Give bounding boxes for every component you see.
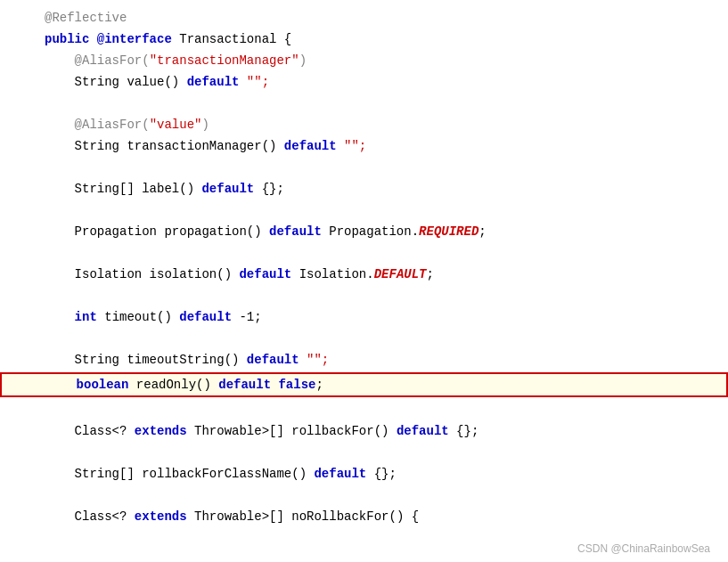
code-line <box>0 157 728 178</box>
code-line: Class<? extends Throwable>[] noRollbackF… <box>0 506 728 527</box>
line-content: public @interface Transactional { <box>36 29 728 50</box>
line-content: String value() default ""; <box>36 71 728 93</box>
code-line: @AliasFor("transactionManager") <box>0 50 728 71</box>
line-content <box>36 328 728 349</box>
code-line: @AliasFor("value") <box>0 114 728 135</box>
line-content: int timeout() default -1; <box>36 306 728 328</box>
line-content: @Reflective <box>36 7 728 29</box>
line-content <box>36 399 728 420</box>
line-content <box>36 200 728 221</box>
line-content: @AliasFor("value") <box>36 114 728 135</box>
code-line: @Reflective <box>0 7 728 29</box>
code-line <box>0 200 728 221</box>
code-line <box>0 242 728 264</box>
line-content <box>36 93 728 114</box>
line-content: String timeoutString() default ""; <box>36 349 728 371</box>
code-line <box>0 285 728 306</box>
line-content <box>36 285 728 306</box>
line-content: Isolation isolation() default Isolation.… <box>36 264 728 285</box>
line-content <box>36 442 728 463</box>
watermark: CSDN @ChinaRainbowSea <box>577 542 710 555</box>
code-line: String[] rollbackForClassName() default … <box>0 463 728 485</box>
code-line: String transactionManager() default ""; <box>0 135 728 157</box>
code-line: Class<? extends Throwable>[] rollbackFor… <box>0 420 728 442</box>
line-content: Class<? extends Throwable>[] noRollbackF… <box>36 506 728 527</box>
code-line: String timeoutString() default ""; <box>0 349 728 371</box>
code-line <box>0 93 728 114</box>
code-line: String[] label() default {}; <box>0 178 728 200</box>
line-content <box>36 485 728 506</box>
line-content: Class<? extends Throwable>[] rollbackFor… <box>36 420 728 442</box>
code-line <box>0 328 728 349</box>
line-content: String[] rollbackForClassName() default … <box>36 463 728 485</box>
line-content: Propagation propagation() default Propag… <box>36 221 728 242</box>
line-content <box>36 157 728 178</box>
line-content: boolean readOnly() default false; <box>37 374 726 395</box>
code-line: boolean readOnly() default false; <box>0 372 728 397</box>
code-line <box>0 485 728 506</box>
line-content: @AliasFor("transactionManager") <box>36 50 728 71</box>
code-line: String value() default ""; <box>0 71 728 93</box>
line-content: String[] label() default {}; <box>36 178 728 200</box>
code-line: int timeout() default -1; <box>0 306 728 328</box>
code-line <box>0 399 728 420</box>
line-content: String transactionManager() default ""; <box>36 135 728 157</box>
code-line: Propagation propagation() default Propag… <box>0 221 728 242</box>
line-content <box>36 242 728 264</box>
code-line <box>0 442 728 463</box>
code-line: public @interface Transactional { <box>0 29 728 50</box>
code-container: @Reflectivepublic @interface Transaction… <box>0 0 728 562</box>
code-line: Isolation isolation() default Isolation.… <box>0 264 728 285</box>
